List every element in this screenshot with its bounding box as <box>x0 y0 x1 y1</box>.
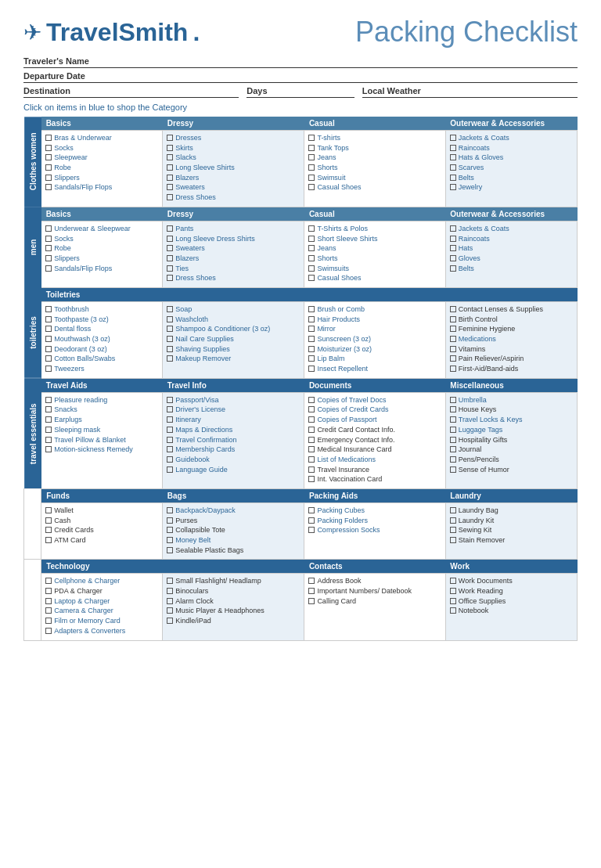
list-item[interactable]: ATM Card <box>45 536 158 546</box>
list-item[interactable]: Shorts <box>308 164 441 173</box>
list-item[interactable]: Sealable Plastic Bags <box>167 546 300 556</box>
checkbox[interactable] <box>308 456 315 463</box>
checkbox[interactable] <box>45 265 52 272</box>
checkbox[interactable] <box>450 397 456 403</box>
list-item[interactable]: Language Guide <box>167 466 300 475</box>
list-item[interactable]: Camera & Charger <box>45 607 158 616</box>
checkbox[interactable] <box>450 578 456 584</box>
list-item[interactable]: Washcloth <box>167 315 300 325</box>
checkbox[interactable] <box>308 346 315 352</box>
checkbox[interactable] <box>450 175 456 181</box>
checkbox[interactable] <box>45 135 52 141</box>
list-item[interactable]: Laundry Kit <box>450 517 573 526</box>
list-item[interactable]: Notebook <box>450 607 573 616</box>
checkbox[interactable] <box>45 225 52 232</box>
list-item[interactable]: Socks <box>45 235 158 244</box>
list-item[interactable]: Kindle/iPad <box>167 617 300 626</box>
checkbox[interactable] <box>167 346 173 352</box>
list-item[interactable]: Hats & Gloves <box>450 153 573 163</box>
checkbox[interactable] <box>450 437 456 443</box>
list-item[interactable]: Socks <box>45 144 158 153</box>
list-item[interactable]: Soap <box>167 305 300 315</box>
list-item[interactable]: Jackets & Coats <box>450 134 573 143</box>
list-item[interactable]: Jewelry <box>450 183 573 193</box>
list-item[interactable]: Sandals/Flip Flops <box>45 265 158 274</box>
checkbox[interactable] <box>308 466 315 473</box>
list-item[interactable]: Hospitality Gifts <box>450 436 573 445</box>
list-item[interactable]: Shaving Supplies <box>167 345 300 355</box>
checkbox[interactable] <box>45 306 52 312</box>
list-item[interactable]: Skirts <box>167 144 300 153</box>
list-item[interactable]: Medical Insurance Card <box>308 445 441 455</box>
list-item[interactable]: Pain Reliever/Aspirin <box>450 355 573 364</box>
checkbox[interactable] <box>308 588 315 594</box>
list-item[interactable]: House Keys <box>450 405 573 415</box>
checkbox[interactable] <box>45 326 52 332</box>
checkbox[interactable] <box>167 255 173 261</box>
list-item[interactable]: Music Player & Headphones <box>167 607 300 616</box>
checkbox[interactable] <box>45 437 52 443</box>
list-item[interactable]: List of Medications <box>308 456 441 465</box>
list-item[interactable]: Alarm Clock <box>167 597 300 607</box>
checkbox[interactable] <box>308 175 315 181</box>
checkbox[interactable] <box>308 154 315 160</box>
checkbox[interactable] <box>450 456 456 463</box>
list-item[interactable]: Long Sleeve Shirts <box>167 164 300 173</box>
list-item[interactable]: Casual Shoes <box>308 274 441 283</box>
list-item[interactable]: Credit Cards <box>45 526 158 535</box>
checkbox[interactable] <box>308 507 315 513</box>
checkbox[interactable] <box>167 326 173 332</box>
checkbox[interactable] <box>450 326 456 332</box>
checkbox[interactable] <box>45 154 52 160</box>
list-item[interactable]: Umbrella <box>450 396 573 405</box>
checkbox[interactable] <box>167 446 173 452</box>
list-item[interactable]: Sweaters <box>167 183 300 193</box>
checkbox[interactable] <box>450 346 456 352</box>
list-item[interactable]: Shampoo & Conditioner (3 oz) <box>167 325 300 334</box>
checkbox[interactable] <box>167 547 173 553</box>
list-item[interactable]: Robe <box>45 164 158 173</box>
checkbox[interactable] <box>167 598 173 604</box>
list-item[interactable]: Bras & Underwear <box>45 134 158 143</box>
checkbox[interactable] <box>45 164 52 171</box>
checkbox[interactable] <box>167 316 173 322</box>
list-item[interactable]: Driver's License <box>167 405 300 415</box>
checkbox[interactable] <box>45 355 52 362</box>
list-item[interactable]: Slacks <box>167 153 300 163</box>
list-item[interactable]: Laptop & Charger <box>45 597 158 607</box>
checkbox[interactable] <box>450 517 456 524</box>
checkbox[interactable] <box>450 355 456 362</box>
checkbox[interactable] <box>308 476 315 482</box>
list-item[interactable]: Guidebook <box>167 456 300 465</box>
list-item[interactable]: Sewing Kit <box>450 526 573 535</box>
list-item[interactable]: Blazers <box>167 174 300 183</box>
checkbox[interactable] <box>167 175 173 181</box>
list-item[interactable]: Gloves <box>450 254 573 264</box>
list-item[interactable]: Travel Pillow & Blanket <box>45 436 158 445</box>
checkbox[interactable] <box>308 517 315 524</box>
list-item[interactable]: Cash <box>45 517 158 526</box>
checkbox[interactable] <box>45 628 52 634</box>
list-item[interactable]: PDA & Charger <box>45 587 158 596</box>
checkbox[interactable] <box>450 588 456 594</box>
checkbox[interactable] <box>45 255 52 261</box>
list-item[interactable]: Sandals/Flip Flops <box>45 183 158 193</box>
checkbox[interactable] <box>167 355 173 362</box>
checkbox[interactable] <box>308 446 315 452</box>
checkbox[interactable] <box>450 607 456 614</box>
list-item[interactable]: Dental floss <box>45 325 158 334</box>
checkbox[interactable] <box>167 527 173 533</box>
checkbox[interactable] <box>450 225 456 232</box>
checkbox[interactable] <box>450 427 456 433</box>
list-item[interactable]: Dress Shoes <box>167 193 300 203</box>
checkbox[interactable] <box>167 466 173 473</box>
list-item[interactable]: Belts <box>450 174 573 183</box>
checkbox[interactable] <box>450 145 456 151</box>
checkbox[interactable] <box>308 397 315 403</box>
checkbox[interactable] <box>167 456 173 463</box>
list-item[interactable]: Cellphone & Charger <box>45 577 158 586</box>
list-item[interactable]: Long Sleeve Dress Shirts <box>167 235 300 244</box>
list-item[interactable]: Belts <box>450 265 573 274</box>
list-item[interactable]: Money Belt <box>167 536 300 546</box>
list-item[interactable]: Int. Vaccination Card <box>308 475 441 484</box>
